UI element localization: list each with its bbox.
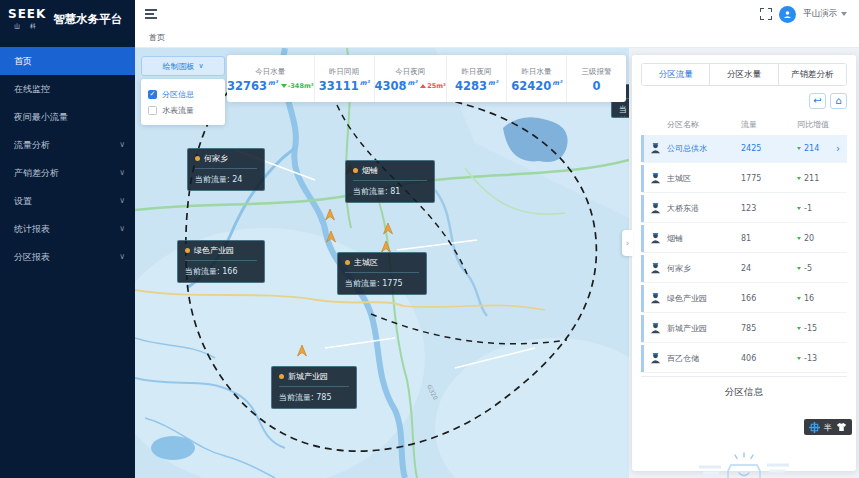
sidebar-item-night-min-flow[interactable]: 夜间最小流量	[0, 103, 135, 131]
layer-option-partition-info[interactable]: ✓ 分区信息	[148, 86, 218, 102]
partition-delta: 214	[804, 144, 819, 153]
user-menu[interactable]: 平山演示	[803, 8, 847, 20]
stat-label: 今日夜间	[395, 67, 425, 77]
flow-label: 当前流量:	[185, 267, 220, 276]
app-logo: SEEK 山 科 智慧水务平台	[0, 0, 135, 37]
sidebar-item-nrw-analysis[interactable]: 产销差分析 ∨	[0, 159, 135, 187]
table-row[interactable]: 大桥东港 123 -1	[641, 195, 847, 222]
table-row[interactable]: 新城产业园 785 -15	[641, 315, 847, 342]
partition-name: 公司总供水	[667, 143, 741, 154]
decrease-icon	[797, 327, 801, 330]
stat-unit: m³	[552, 80, 562, 87]
flow-label: 当前流量:	[345, 279, 380, 288]
screenshot-tool-overlay[interactable]: 半	[804, 419, 852, 435]
home-button[interactable]: ⌂	[830, 93, 847, 109]
decrease-icon	[797, 357, 801, 360]
partition-delta: -13	[804, 354, 817, 363]
map-bubble-hejiaxiang[interactable]: 何家乡 当前流量: 24	[187, 148, 265, 191]
map-bubble-yanpu[interactable]: 烟铺 当前流量: 81	[345, 160, 435, 203]
stat-level3-alarms: 三级报警 0	[567, 55, 626, 102]
crosshair-icon[interactable]	[809, 422, 820, 433]
partition-user-icon	[644, 202, 667, 215]
tab-label: 产销差分析	[791, 69, 834, 79]
sidebar-collapse-icon[interactable]	[145, 9, 157, 19]
checkbox-checked-icon[interactable]: ✓	[148, 90, 157, 99]
partition-name: 主城区	[667, 173, 741, 184]
chevron-right-icon[interactable]: ›	[836, 143, 840, 154]
sidebar-item-label: 统计报表	[14, 224, 50, 234]
partition-delta: 16	[804, 294, 814, 303]
stat-unit: m³	[488, 80, 498, 87]
table-row[interactable]: 何家乡 24 -5	[641, 255, 847, 282]
partition-name: 大桥东港	[667, 203, 741, 214]
table-row[interactable]: 公司总供水 2425 214 ›	[641, 135, 847, 162]
fullscreen-icon[interactable]	[760, 8, 772, 20]
flow-value: 24	[232, 175, 242, 184]
map-bubble-new-city-industrial-park[interactable]: 新城产业园 当前流量: 785	[271, 366, 357, 409]
checkbox-unchecked-icon[interactable]	[148, 106, 157, 115]
panel-toolbar: ↩ ⌂	[641, 93, 847, 109]
partition-info-title: 分区信息	[641, 377, 847, 399]
stat-delta: -348m³	[288, 83, 314, 90]
partition-flow: 1775	[741, 174, 797, 183]
tab-partition-flow[interactable]: 分区流量	[642, 64, 710, 85]
partition-delta: -15	[804, 324, 817, 333]
increase-icon	[420, 84, 426, 88]
sidebar-item-label: 设置	[14, 196, 32, 206]
layer-option-label: 水表流量	[162, 105, 194, 116]
sidebar-item-label: 流量分析	[14, 140, 50, 150]
flow-label: 当前流量:	[619, 105, 629, 118]
back-button[interactable]: ↩	[809, 93, 826, 109]
layer-option-meter-flow[interactable]: 水表流量	[148, 102, 218, 118]
half-label[interactable]: 半	[824, 422, 832, 433]
sidebar-item-online-monitoring[interactable]: 在线监控	[0, 75, 135, 103]
user-icon	[783, 10, 792, 19]
sidebar-item-label: 产销差分析	[14, 168, 59, 178]
tab-label: 分区水量	[727, 69, 761, 79]
flow-value: 81	[390, 187, 400, 196]
col-flow: 流量	[741, 119, 797, 130]
stat-label: 三级报警	[582, 67, 612, 77]
right-panel: 分区流量 分区水量 产销差分析 ↩ ⌂ 分区名称 流量 同比增值 公司总供水 2…	[632, 55, 856, 471]
partition-flow: 81	[741, 234, 797, 243]
decrease-icon	[281, 84, 287, 88]
stat-unit: m³	[360, 80, 370, 87]
flow-value: 785	[316, 393, 331, 402]
panel-collapse-handle[interactable]: ›	[622, 230, 633, 256]
sidebar-item-settings[interactable]: 设置 ∨	[0, 187, 135, 215]
tab-nrw-analysis[interactable]: 产销差分析	[779, 64, 846, 85]
table-row[interactable]: 烟铺 81 20	[641, 225, 847, 252]
marker-dot-icon	[195, 156, 200, 161]
partition-name: 烟铺	[667, 233, 741, 244]
partition-delta: -5	[804, 264, 812, 273]
table-row[interactable]: 绿色产业园 166 16	[641, 285, 847, 312]
stat-yesterday-volume: 昨日水量 62420m³	[507, 55, 567, 102]
draw-panel-button[interactable]: 绘制面板 ∨	[141, 56, 225, 76]
sidebar-item-label: 夜间最小流量	[14, 112, 68, 122]
sidebar-item-statistics-report[interactable]: 统计报表 ∨	[0, 215, 135, 243]
sidebar-item-label: 首页	[14, 56, 32, 66]
table-row[interactable]: 百乙仓储 406 -13	[641, 345, 847, 372]
decrease-icon	[797, 297, 801, 300]
map-bubble-green-industrial-park[interactable]: 绿色产业园 当前流量: 166	[177, 240, 265, 283]
stat-label: 昨日夜间	[461, 67, 491, 77]
map-bubble-main-city[interactable]: 主城区 当前流量: 1775	[337, 252, 427, 295]
breadcrumb-bar: 首页	[135, 28, 859, 48]
sidebar-item-flow-analysis[interactable]: 流量分析 ∨	[0, 131, 135, 159]
partition-flow: 123	[741, 204, 797, 213]
bubble-name: 绿色产业园	[194, 245, 234, 256]
chevron-down-icon: ∨	[119, 243, 125, 271]
avatar[interactable]	[779, 6, 796, 23]
sidebar-item-home[interactable]: 首页	[0, 47, 135, 75]
draw-panel: 绘制面板 ∨ ✓ 分区信息 水表流量	[141, 56, 225, 125]
sidebar-item-partition-report[interactable]: 分区报表 ∨	[0, 243, 135, 271]
sidebar-menu: 首页 在线监控 夜间最小流量 流量分析 ∨ 产销差分析 ∨ 设置 ∨ 统计报表 …	[0, 47, 135, 271]
sidebar: SEEK 山 科 智慧水务平台 首页 在线监控 夜间最小流量 流量分析 ∨ 产销…	[0, 0, 135, 478]
shirt-icon[interactable]	[836, 422, 847, 432]
table-row[interactable]: 主城区 1775 211	[641, 165, 847, 192]
stat-yesterday-same-period: 昨日同期 33111m³	[315, 55, 375, 102]
layer-options-card: ✓ 分区信息 水表流量	[141, 79, 225, 125]
tab-partition-volume[interactable]: 分区水量	[710, 64, 778, 85]
stat-label: 昨日水量	[521, 67, 551, 77]
stat-unit: m³	[408, 80, 418, 87]
